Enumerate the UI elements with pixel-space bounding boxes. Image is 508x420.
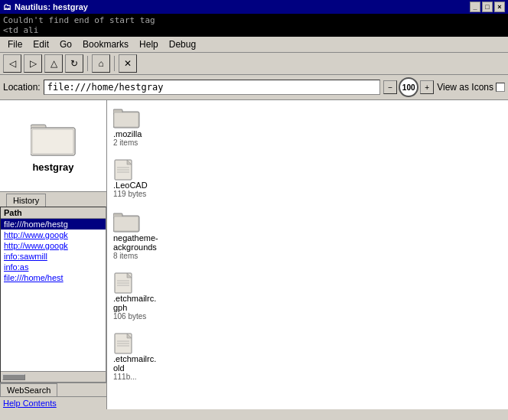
folder-icon-negatheme [113, 210, 141, 233]
svg-rect-6 [114, 112, 138, 127]
panel-scrollbar[interactable] [1, 371, 106, 382]
file-icon-etchmailrc-old [113, 333, 138, 354]
help-link[interactable]: Help Contents [0, 396, 106, 409]
minimize-button[interactable]: _ [470, 2, 480, 12]
file-view: .mozilla 2 items .LeoCAD 119 bytes negat… [107, 100, 508, 409]
home-button[interactable]: ⌂ [92, 54, 110, 73]
refresh-button[interactable]: ↻ [65, 54, 83, 73]
maximize-button[interactable]: □ [482, 2, 493, 12]
bottom-tabs: WebSearch [0, 383, 106, 396]
file-item-mozilla[interactable]: .mozilla 2 items [113, 106, 502, 147]
file-item-leocad[interactable]: .LeoCAD 119 bytes [113, 159, 502, 198]
location-input[interactable] [44, 80, 380, 95]
file-label-etchmailrc-old: .etchmailrc. old [113, 354, 156, 373]
title-bar-left: 🗂 Nautilus: hestgray [3, 2, 88, 11]
file-label-negatheme: negatheme- ackgrounds [113, 233, 158, 252]
history-panel: History Path file:///home/hestg http://w… [0, 192, 106, 383]
folder-icon-mozilla [113, 106, 141, 129]
menu-bar: File Edit Go Bookmarks Help Debug [0, 37, 508, 53]
file-icon-etchmailrc-gph [113, 272, 138, 294]
menu-debug[interactable]: Debug [164, 37, 200, 51]
menu-bookmarks[interactable]: Bookmarks [78, 37, 133, 51]
large-folder-icon [31, 119, 77, 157]
file-item-etchmailrc-gph[interactable]: .etchmailrc. gph 106 bytes [113, 272, 502, 321]
history-item-5[interactable]: file:///home/hest [1, 272, 106, 283]
history-item-1[interactable]: http://www.googk [1, 230, 106, 240]
menu-go[interactable]: Go [55, 37, 77, 51]
file-label-leocad: .LeoCAD [113, 181, 148, 190]
zoom-controls: − 100 + [383, 77, 434, 97]
history-tab[interactable]: History [6, 194, 46, 207]
svg-rect-3 [32, 129, 73, 154]
toolbar: ◁ ▷ △ ↻ ⌂ ✕ [0, 53, 508, 75]
zoom-out-button[interactable]: − [383, 80, 397, 94]
toolbar-separator [87, 56, 88, 71]
view-as-icons-label: View as Icons [437, 82, 493, 93]
menu-help[interactable]: Help [135, 37, 163, 51]
file-label-etchmailrc-gph: .etchmailrc. gph [113, 294, 156, 312]
title-bar-controls: _ □ × [470, 2, 505, 12]
path-header: Path [1, 207, 106, 219]
main-area: hestgray History Path file:///home/hestg… [0, 100, 508, 409]
left-panel: hestgray History Path file:///home/hestg… [0, 100, 107, 409]
scrollbar-thumb[interactable] [2, 374, 25, 380]
menu-file[interactable]: File [3, 37, 27, 51]
window-title: Nautilus: hestgray [15, 2, 88, 11]
error-text: Couldn't find end of start tag <td ali [0, 14, 508, 37]
websearch-tab[interactable]: WebSearch [0, 383, 57, 396]
close-button[interactable]: × [494, 2, 505, 12]
location-bar: Location: − 100 + View as Icons [0, 75, 508, 100]
folder-name: hestgray [32, 161, 73, 173]
app-icon: 🗂 [3, 2, 11, 11]
file-size-negatheme: 8 items [113, 252, 138, 260]
file-size-mozilla: 2 items [113, 138, 138, 147]
forward-button[interactable]: ▷ [24, 54, 42, 73]
location-label: Location: [3, 82, 41, 93]
file-size-etchmailrc-gph: 106 bytes [113, 312, 146, 321]
back-button[interactable]: ◁ [3, 54, 21, 73]
file-size-etchmailrc-old: 111b... [113, 373, 137, 381]
toolbar-separator2 [114, 56, 115, 71]
file-item-negatheme[interactable]: negatheme- ackgrounds 8 items [113, 210, 502, 260]
zoom-value: 100 [399, 77, 418, 97]
file-icon-leocad [113, 159, 138, 181]
view-as-icons-toggle[interactable]: View as Icons [437, 82, 505, 93]
up-button[interactable]: △ [44, 54, 63, 73]
history-item-2[interactable]: http://www.googk [1, 240, 106, 251]
history-item-0[interactable]: file:///home/hestg [1, 219, 106, 230]
file-size-leocad: 119 bytes [113, 190, 146, 198]
folder-display: hestgray [0, 100, 106, 192]
history-list: file:///home/hestg http://www.googk http… [1, 219, 106, 371]
file-item-etchmailrc-old[interactable]: .etchmailrc. old 111b... [113, 333, 502, 381]
menu-edit[interactable]: Edit [28, 37, 54, 51]
history-item-3[interactable]: info:sawmill [1, 251, 106, 262]
view-as-icons-checkbox[interactable] [496, 83, 505, 92]
panel-content: Path file:///home/hestg http://www.googk… [0, 207, 106, 383]
file-label-mozilla: .mozilla [113, 129, 142, 138]
zoom-in-button[interactable]: + [420, 80, 434, 94]
stop-button[interactable]: ✕ [119, 54, 137, 73]
history-item-4[interactable]: info:as [1, 262, 106, 272]
svg-rect-14 [114, 217, 138, 231]
title-bar: 🗂 Nautilus: hestgray _ □ × [0, 0, 508, 14]
